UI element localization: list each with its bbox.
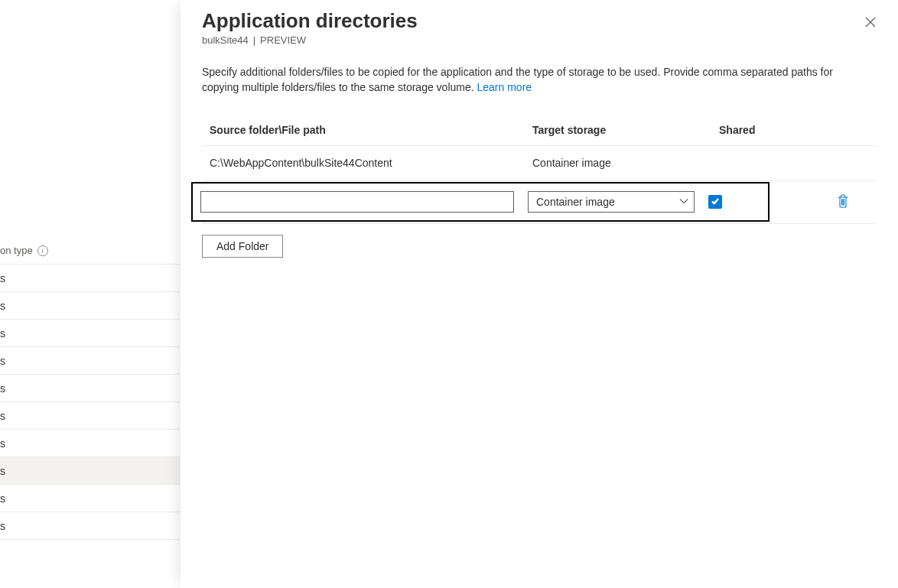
source-path-input[interactable]: [200, 191, 514, 213]
close-button[interactable]: [858, 11, 883, 35]
target-storage-select[interactable]: Container image: [528, 191, 695, 213]
background-header-label: on type: [0, 245, 33, 256]
table-row-editing: Container image: [202, 181, 877, 224]
background-list: on type i ssssssssss: [0, 237, 180, 540]
shared-checkbox[interactable]: [708, 195, 722, 209]
cell-target: Container image: [532, 157, 719, 169]
column-header-target: Target storage: [532, 124, 719, 136]
panel-description: Specify additional folders/files to be c…: [202, 64, 860, 96]
panel-subtitle: bulkSite44 | PREVIEW: [202, 34, 877, 46]
table-header-row: Source folder\File path Target storage S…: [202, 115, 877, 146]
list-item[interactable]: s: [0, 265, 180, 292]
list-item[interactable]: s: [0, 320, 180, 347]
list-item[interactable]: s: [0, 347, 180, 375]
list-item[interactable]: s: [0, 485, 180, 512]
learn-more-link[interactable]: Learn more: [477, 81, 532, 93]
background-column-header: on type i: [0, 237, 180, 265]
list-item[interactable]: s: [0, 292, 180, 320]
list-item[interactable]: s: [0, 402, 180, 430]
column-header-shared: Shared: [719, 124, 783, 136]
close-icon: [865, 17, 876, 30]
cell-source: C:\WebAppContent\bulkSite44Content: [202, 157, 532, 169]
list-item[interactable]: s: [0, 430, 180, 457]
target-storage-selected-label: Container image: [536, 196, 615, 208]
delete-row-button[interactable]: [832, 191, 854, 213]
info-icon: i: [37, 245, 48, 256]
application-directories-panel: Application directories bulkSite44 | PRE…: [181, 0, 898, 588]
preview-badge: PREVIEW: [260, 34, 306, 46]
edit-row-highlight: Container image: [191, 182, 769, 222]
list-item[interactable]: s: [0, 457, 180, 485]
add-folder-button[interactable]: Add Folder: [202, 235, 283, 258]
column-header-source: Source folder\File path: [202, 124, 532, 136]
panel-title: Application directories: [202, 9, 877, 33]
list-item[interactable]: s: [0, 375, 180, 402]
context-name: bulkSite44: [202, 34, 249, 46]
trash-icon: [837, 194, 849, 210]
table-row: C:\WebAppContent\bulkSite44Content Conta…: [202, 146, 877, 181]
checkmark-icon: [711, 196, 720, 208]
list-item[interactable]: s: [0, 512, 180, 540]
directories-table: Source folder\File path Target storage S…: [202, 115, 877, 224]
context-divider: |: [253, 34, 255, 46]
